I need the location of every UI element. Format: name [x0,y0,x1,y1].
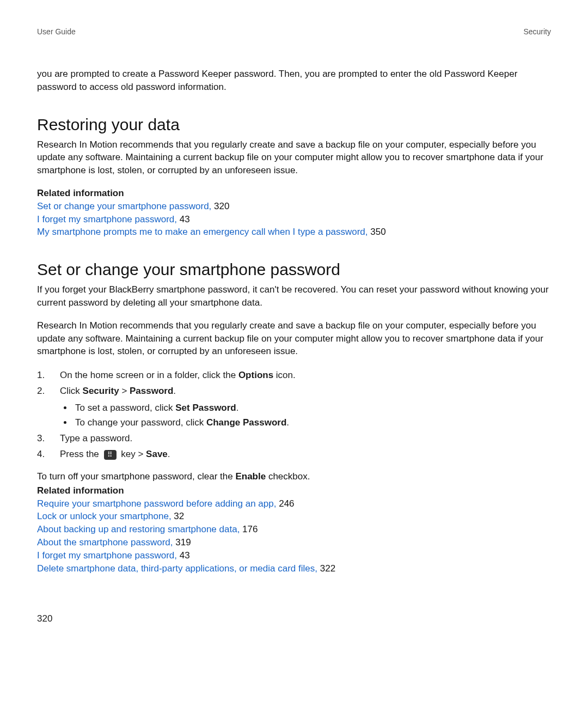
section1-paragraph: Research In Motion recommends that you r… [37,138,551,177]
step-text: icon. [273,370,296,380]
link-page: 246 [279,498,294,509]
substep-text: . [236,403,239,413]
related-link: I forget my smartphone password, 43 [37,213,551,226]
substep-text: To set a password, click [75,403,175,413]
closing-text: To turn off your smartphone password, cl… [37,471,235,482]
link-text[interactable]: Delete smartphone data, third-party appl… [37,563,317,574]
step-bold: Save [146,449,168,459]
header-right: Security [523,27,551,36]
link-page: 43 [180,550,190,561]
link-text[interactable]: I forget my smartphone password, [37,550,177,561]
link-text[interactable]: Require your smartphone password before … [37,498,276,509]
closing-paragraph: To turn off your smartphone password, cl… [37,470,551,483]
substep-bold: Change Password [206,417,286,428]
intro-paragraph: you are prompted to create a Password Ke… [37,68,551,94]
related-link: Delete smartphone data, third-party appl… [37,562,551,575]
link-page: 176 [242,524,258,534]
link-page: 322 [320,563,335,574]
related-information-label-1: Related information [37,187,551,200]
link-text[interactable]: Lock or unlock your smartphone, [37,511,171,521]
link-text[interactable]: Set or change your smartphone password, [37,201,211,211]
link-text[interactable]: I forget my smartphone password, [37,214,177,224]
related-link: Require your smartphone password before … [37,497,551,510]
related-link: About the smartphone password, 319 [37,536,551,549]
related-information-label-2: Related information [37,484,551,497]
link-page: 43 [180,214,190,224]
link-page: 32 [174,511,184,521]
step-text: On the home screen or in a folder, click… [60,370,238,380]
closing-text: checkbox. [266,471,310,482]
steps-list: On the home screen or in a folder, click… [37,368,551,462]
step-text: key > [119,449,146,459]
related-link: Lock or unlock your smartphone, 32 [37,510,551,523]
step-text: Click [60,386,83,396]
heading-set-change: Set or change your smartphone password [37,260,551,279]
step-text: . [168,449,170,459]
related-link: Set or change your smartphone password, … [37,200,551,213]
link-page: 319 [175,537,191,547]
substeps: To set a password, click Set Password. T… [60,400,551,430]
closing-bold: Enable [235,471,266,482]
link-page: 320 [214,201,229,211]
section2-paragraph-2: Research In Motion recommends that you r… [37,319,551,358]
step-bold: Options [238,370,273,380]
page-number: 320 [37,613,52,624]
related-link: I forget my smartphone password, 43 [37,549,551,562]
blackberry-key-icon: ⠿ [104,450,117,460]
substep-text: . [286,417,289,428]
substep-text: To change your password, click [75,417,206,428]
substep-1: To set a password, click Set Password. [73,400,551,415]
step-text: > [119,386,130,396]
link-text[interactable]: My smartphone prompts me to make an emer… [37,227,368,237]
step-bold: Password [130,386,173,396]
step-2: Click Security > Password. To set a pass… [37,384,551,431]
step-bold: Security [83,386,119,396]
page-header: User Guide Security [37,27,551,36]
header-left: User Guide [37,27,76,36]
step-text: . [173,386,176,396]
step-text: Type a password. [60,433,132,443]
link-page: 350 [370,227,385,237]
step-1: On the home screen or in a folder, click… [37,368,551,384]
step-text: Press the [60,449,102,459]
heading-restoring: Restoring your data [37,115,551,134]
substep-2: To change your password, click Change Pa… [73,415,551,430]
step-4: Press the ⠿ key > Save. [37,447,551,462]
section2-paragraph-1: If you forget your BlackBerry smartphone… [37,283,551,309]
substep-bold: Set Password [175,403,236,413]
step-3: Type a password. [37,431,551,447]
link-text[interactable]: About the smartphone password, [37,537,173,547]
related-link: About backing up and restoring smartphon… [37,523,551,536]
related-link: My smartphone prompts me to make an emer… [37,226,551,239]
document-page: User Guide Security you are prompted to … [0,0,588,706]
link-text[interactable]: About backing up and restoring smartphon… [37,524,240,534]
